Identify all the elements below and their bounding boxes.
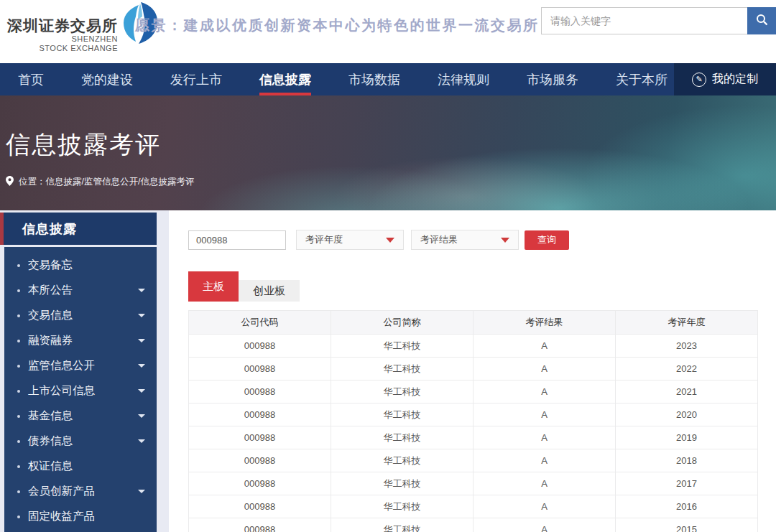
sidebar-item-label: 权证信息 bbox=[28, 459, 73, 474]
table-cell: 2021 bbox=[616, 381, 758, 403]
sidebar-item-label: 交易信息 bbox=[28, 308, 73, 323]
sidebar-item-label: 基金信息 bbox=[28, 409, 73, 424]
table-cell: 000988 bbox=[189, 495, 331, 518]
bullet-icon bbox=[17, 289, 20, 292]
bullet-icon bbox=[17, 390, 20, 393]
breadcrumb: 位置：信息披露/监管信息公开/信息披露考评 bbox=[6, 176, 194, 188]
bullet-icon bbox=[17, 515, 20, 518]
table-cell: A bbox=[474, 335, 616, 358]
hero-banner: 信息披露考评 位置：信息披露/监管信息公开/信息披露考评 bbox=[0, 95, 776, 210]
eval-result-dropdown-label: 考评结果 bbox=[420, 233, 458, 246]
table-cell: 000988 bbox=[189, 472, 331, 495]
sidebar-item-9[interactable]: 权证信息 bbox=[4, 454, 157, 479]
my-customization-button[interactable]: ✎ 我的定制 bbox=[674, 63, 776, 95]
table-cell: 000988 bbox=[189, 403, 331, 426]
bullet-icon bbox=[17, 465, 20, 468]
sidebar-menu: 交易备忘本所公告交易信息融资融券监管信息公开上市公司信息基金信息债券信息权证信息… bbox=[4, 247, 157, 532]
sidebar-item-label: 本所公告 bbox=[28, 283, 73, 298]
sidebar-item-7[interactable]: 基金信息 bbox=[4, 403, 157, 429]
table-cell: A bbox=[474, 472, 616, 495]
nav-item-8[interactable]: 关于本所 bbox=[616, 63, 668, 95]
nav-item-6[interactable]: 法律规则 bbox=[438, 63, 489, 95]
chevron-down-icon bbox=[138, 289, 145, 292]
table-cell: 000988 bbox=[189, 449, 331, 472]
table-row: 000988华工科技A2019 bbox=[189, 426, 758, 449]
sidebar-item-10[interactable]: 会员创新产品 bbox=[4, 479, 157, 504]
filter-bar: 考评年度 考评结果 查询 bbox=[188, 230, 569, 250]
table-cell: 000988 bbox=[189, 335, 331, 358]
header-cell: 考评结果 bbox=[474, 311, 616, 335]
table-cell: 华工科技 bbox=[331, 335, 474, 358]
bullet-icon bbox=[17, 264, 20, 267]
table-header-row: 公司代码公司简称考评结果考评年度 bbox=[189, 311, 758, 335]
my-customization-label: 我的定制 bbox=[712, 72, 758, 87]
table-cell: 2019 bbox=[616, 426, 758, 449]
main-nav: 首页党的建设发行上市信息披露市场数据法律规则市场服务关于本所 ✎ 我的定制 bbox=[0, 63, 776, 95]
company-code-input[interactable] bbox=[188, 230, 286, 250]
table-row: 000988华工科技A2023 bbox=[189, 335, 758, 358]
sidebar-item-6[interactable]: 上市公司信息 bbox=[4, 378, 157, 403]
eval-year-dropdown-label: 考评年度 bbox=[305, 233, 343, 246]
table-cell: 000988 bbox=[189, 426, 331, 449]
sidebar-item-1[interactable]: 交易备忘 bbox=[4, 253, 157, 278]
chevron-down-icon bbox=[138, 414, 145, 418]
table-cell: 2015 bbox=[616, 518, 758, 532]
chevron-down-icon bbox=[138, 490, 145, 493]
search-input[interactable] bbox=[541, 7, 747, 34]
table-cell: A bbox=[474, 403, 616, 426]
header-cell: 公司代码 bbox=[189, 311, 331, 335]
breadcrumb-text: 位置：信息披露/监管信息公开/信息披露考评 bbox=[19, 176, 194, 188]
sidebar-item-label: 债券信息 bbox=[28, 434, 73, 449]
sidebar-item-label: 会员创新产品 bbox=[28, 484, 95, 499]
table-body: 000988华工科技A2023000988华工科技A2022000988华工科技… bbox=[189, 335, 758, 532]
site-search bbox=[541, 7, 776, 34]
table-cell: 000988 bbox=[189, 358, 331, 381]
bullet-icon bbox=[17, 415, 20, 418]
evaluation-table: 公司代码公司简称考评结果考评年度 000988华工科技A2023000988华工… bbox=[188, 310, 758, 532]
chevron-down-icon bbox=[138, 389, 145, 393]
sidebar-item-11[interactable]: 固定收益产品 bbox=[4, 504, 157, 529]
sidebar-item-4[interactable]: 融资融券 bbox=[4, 328, 157, 353]
table-cell: 2023 bbox=[616, 335, 758, 358]
header-cell: 公司简称 bbox=[331, 311, 474, 335]
board-tabs: 主板创业板 bbox=[188, 271, 300, 302]
search-button[interactable] bbox=[747, 7, 776, 34]
table-cell: 2020 bbox=[616, 403, 758, 426]
table-cell: 2017 bbox=[616, 472, 758, 495]
sidebar-item-2[interactable]: 本所公告 bbox=[4, 278, 157, 303]
table-cell: A bbox=[474, 381, 616, 403]
table-row: 000988华工科技A2018 bbox=[189, 449, 758, 472]
eval-result-dropdown[interactable]: 考评结果 bbox=[411, 230, 519, 250]
tab-2[interactable]: 创业板 bbox=[239, 280, 300, 302]
nav-item-3[interactable]: 发行上市 bbox=[170, 63, 222, 95]
table-cell: 华工科技 bbox=[331, 472, 474, 495]
sidebar-item-3[interactable]: 交易信息 bbox=[4, 303, 157, 328]
table-cell: 000988 bbox=[189, 381, 331, 403]
table-cell: 华工科技 bbox=[331, 358, 474, 381]
query-button[interactable]: 查询 bbox=[525, 230, 569, 250]
table-cell: 2018 bbox=[616, 449, 758, 472]
table-row: 000988华工科技A2021 bbox=[189, 381, 758, 403]
table-row: 000988华工科技A2022 bbox=[189, 358, 758, 381]
eval-year-dropdown[interactable]: 考评年度 bbox=[296, 230, 404, 250]
table-cell: 华工科技 bbox=[331, 403, 474, 426]
table-row: 000988华工科技A2016 bbox=[189, 495, 758, 518]
table-cell: 华工科技 bbox=[331, 449, 474, 472]
nav-item-5[interactable]: 市场数据 bbox=[348, 63, 400, 95]
nav-item-4[interactable]: 信息披露 bbox=[259, 63, 311, 95]
table-cell: A bbox=[474, 426, 616, 449]
nav-item-2[interactable]: 党的建设 bbox=[81, 63, 133, 95]
bullet-icon bbox=[17, 365, 20, 368]
sidebar-item-label: 上市公司信息 bbox=[28, 383, 95, 398]
pencil-circle-icon: ✎ bbox=[692, 73, 706, 87]
tab-1[interactable]: 主板 bbox=[188, 271, 239, 302]
sidebar-item-8[interactable]: 债券信息 bbox=[4, 429, 157, 454]
table-cell: 2016 bbox=[616, 495, 758, 518]
nav-item-1[interactable]: 首页 bbox=[18, 63, 44, 95]
sidebar-title: 信息披露 bbox=[0, 213, 157, 245]
logo-en-line2: STOCK EXCHANGE bbox=[7, 44, 118, 53]
top-header: 深圳证券交易所 SHENZHEN STOCK EXCHANGE 愿景：建成以优质… bbox=[0, 0, 776, 63]
sidebar-item-5[interactable]: 监管信息公开 bbox=[4, 353, 157, 378]
chevron-down-icon bbox=[138, 439, 145, 443]
nav-item-7[interactable]: 市场服务 bbox=[527, 63, 578, 95]
